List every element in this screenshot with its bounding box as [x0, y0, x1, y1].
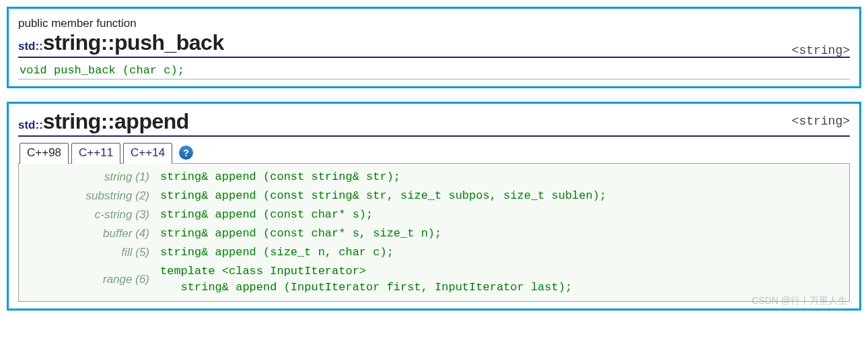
- overload-row: string (1) string& append (const string&…: [19, 168, 849, 187]
- overload-label: fill (5): [26, 245, 160, 261]
- overload-signature: string& append (const char* s);: [160, 207, 373, 223]
- namespace-prefix: std::: [18, 119, 43, 132]
- panel-append: <string> std::string::append C++98 C++11…: [7, 102, 861, 311]
- subtitle: public member function: [18, 17, 850, 30]
- tab-cpp14[interactable]: C++14: [123, 143, 172, 164]
- overload-label: buffer (4): [26, 226, 160, 242]
- overload-row: fill (5) string& append (size_t n, char …: [19, 243, 849, 262]
- overload-signature: string& append (const string& str, size_…: [160, 188, 606, 204]
- overload-label: c-string (3): [26, 207, 160, 223]
- overload-label: substring (2): [26, 188, 160, 204]
- tab-cpp98[interactable]: C++98: [20, 143, 69, 164]
- function-title: string::push_back: [43, 30, 224, 55]
- tab-cpp11[interactable]: C++11: [71, 143, 120, 164]
- overload-signature: template <class InputIterator> string& a…: [160, 263, 572, 296]
- overload-label: string (1): [26, 169, 160, 185]
- overload-row: range (6) template <class InputIterator>…: [19, 262, 849, 297]
- function-title: string::append: [43, 109, 189, 134]
- function-signature: void push_back (char c);: [18, 62, 850, 79]
- version-tabs: C++98 C++11 C++14 ?: [18, 142, 850, 164]
- overload-signature: string& append (size_t n, char c);: [160, 245, 394, 261]
- overload-label: range (6): [26, 263, 160, 288]
- title-row: std::string::append: [18, 109, 850, 137]
- header-include: <string>: [792, 44, 850, 57]
- overload-signature: string& append (const char* s, size_t n)…: [160, 226, 441, 242]
- panel-push-back: public member function <string> std::str…: [7, 7, 861, 88]
- overload-row: c-string (3) string& append (const char*…: [19, 205, 849, 224]
- overload-row: buffer (4) string& append (const char* s…: [19, 224, 849, 243]
- namespace-prefix: std::: [18, 40, 43, 53]
- header-include: <string>: [792, 115, 850, 128]
- overload-list: string (1) string& append (const string&…: [18, 164, 850, 302]
- title-row: std::string::push_back: [18, 30, 850, 58]
- overload-row: substring (2) string& append (const stri…: [19, 187, 849, 205]
- watermark: CSDN @行丨万里人生: [752, 295, 847, 307]
- overload-signature: string& append (const string& str);: [160, 169, 400, 185]
- help-icon[interactable]: ?: [179, 146, 193, 160]
